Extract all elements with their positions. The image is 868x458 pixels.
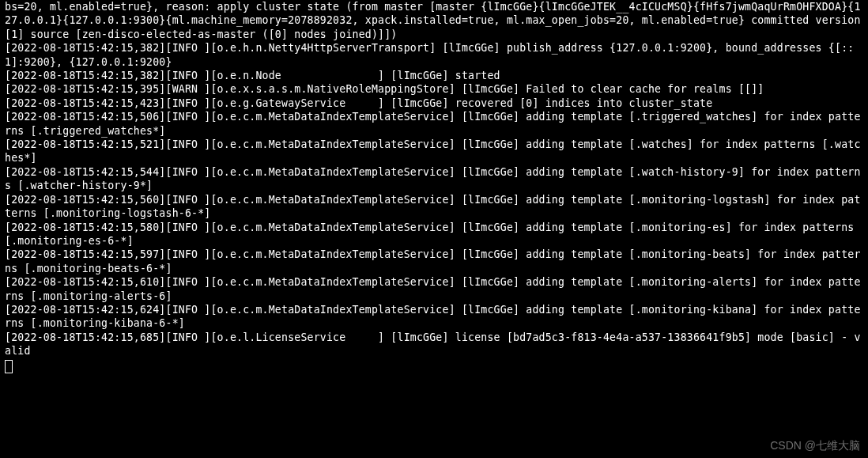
log-line: [2022-08-18T15:42:15,544][INFO ][o.e.c.m…: [5, 166, 861, 191]
log-line: [2022-08-18T15:42:15,521][INFO ][o.e.c.m…: [5, 138, 861, 164]
log-line: [2022-08-18T15:42:15,624][INFO ][o.e.c.m…: [5, 304, 861, 329]
terminal-output[interactable]: bs=20, ml.enabled=true}, reason: apply c…: [0, 0, 868, 458]
log-line: [2022-08-18T15:42:15,382][INFO ][o.e.n.N…: [5, 70, 500, 81]
log-line: [2022-08-18T15:42:15,506][INFO ][o.e.c.m…: [5, 111, 861, 136]
log-line: bs=20, ml.enabled=true}, reason: apply c…: [5, 1, 867, 40]
log-line: [2022-08-18T15:42:15,580][INFO ][o.e.c.m…: [5, 221, 861, 247]
log-line: [2022-08-18T15:42:15,610][INFO ][o.e.c.m…: [5, 276, 861, 301]
log-line: [2022-08-18T15:42:15,395][WARN ][o.e.x.s…: [5, 83, 764, 95]
log-line: [2022-08-18T15:42:15,382][INFO ][o.e.h.n…: [5, 42, 854, 67]
log-line: [2022-08-18T15:42:15,597][INFO ][o.e.c.m…: [5, 248, 861, 274]
log-line: [2022-08-18T15:42:15,423][INFO ][o.e.g.G…: [5, 97, 712, 109]
terminal-cursor: [5, 360, 13, 373]
log-line: [2022-08-18T15:42:15,685][INFO ][o.e.l.L…: [5, 331, 861, 357]
log-line: [2022-08-18T15:42:15,560][INFO ][o.e.c.m…: [5, 194, 861, 219]
